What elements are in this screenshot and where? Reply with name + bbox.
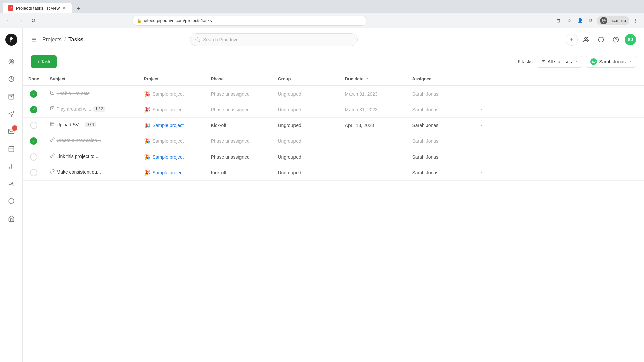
- sidebar-item-calendar[interactable]: [3, 141, 19, 157]
- task-count: 6 tasks: [518, 59, 532, 64]
- more-actions-cell: ···: [474, 133, 644, 149]
- project-link[interactable]: Sample project: [153, 91, 184, 97]
- phase-text: Phase unassigned: [211, 138, 250, 144]
- contacts-icon[interactable]: [580, 34, 592, 46]
- svg-point-4: [11, 61, 12, 62]
- project-cell: 🎉Sample project: [139, 86, 206, 102]
- project-link[interactable]: Sample project: [153, 107, 184, 112]
- sidebar-item-products[interactable]: [3, 193, 19, 209]
- sidebar-item-deals[interactable]: [3, 71, 19, 87]
- more-actions-button[interactable]: ···: [479, 138, 484, 144]
- forward-button[interactable]: →: [16, 16, 25, 25]
- col-header-phase: Phase: [206, 72, 273, 86]
- project-link[interactable]: Sample project: [153, 123, 184, 128]
- done-checkbox[interactable]: [30, 169, 37, 176]
- sidebar-item-tasks[interactable]: [3, 88, 19, 105]
- group-text: Ungrouped: [278, 107, 301, 112]
- menu-toggle-button[interactable]: [31, 37, 37, 43]
- done-cell: ✓: [23, 102, 45, 118]
- refresh-button[interactable]: ↻: [28, 16, 38, 25]
- cast-icon[interactable]: ⊡: [554, 16, 563, 25]
- done-checkbox[interactable]: [30, 122, 37, 129]
- more-actions-button[interactable]: ···: [479, 91, 484, 97]
- tab-close-button[interactable]: ✕: [62, 5, 66, 11]
- table-row: ✓Create a new calen...🎉Sample projectPha…: [23, 133, 644, 149]
- assignee-filter[interactable]: SJ Sarah Jonas: [586, 56, 636, 68]
- project-link[interactable]: Sample project: [153, 138, 184, 144]
- group-text: Ungrouped: [278, 170, 301, 175]
- assignee-text: Sarah Jonas: [412, 138, 439, 144]
- phase-text: Kick-off: [211, 170, 226, 175]
- sidebar-item-reports[interactable]: [3, 158, 19, 174]
- search-placeholder: Search Pipedrive: [203, 37, 239, 42]
- subject-text[interactable]: Enable Projects: [57, 90, 90, 96]
- phase-text: Phase unassigned: [211, 107, 250, 112]
- group-text: Ungrouped: [278, 123, 301, 128]
- phase-cell: Phase unassigned: [206, 133, 273, 149]
- group-cell: Ungrouped: [273, 102, 340, 118]
- sidebar-logo[interactable]: [0, 28, 23, 51]
- subtask-badge: 1 / 2: [93, 106, 105, 112]
- subject-text[interactable]: Create a new calen...: [57, 138, 101, 143]
- search-box[interactable]: Search Pipedrive: [190, 33, 358, 46]
- bookmark-icon[interactable]: ☆: [565, 16, 574, 25]
- header-actions: + SJ: [566, 34, 636, 46]
- col-header-group: Group: [273, 72, 340, 86]
- col-header-assignee: Assignee: [407, 72, 474, 86]
- add-task-button[interactable]: + Task: [31, 55, 57, 68]
- subject-text[interactable]: Link this project to ...: [57, 154, 100, 159]
- assignee-label: Sarah Jonas: [599, 59, 626, 64]
- incognito-button[interactable]: Incognito: [597, 16, 629, 25]
- sidebar-item-mail[interactable]: 3: [3, 123, 19, 139]
- task-type-icon: [50, 137, 55, 143]
- due-date-text: March 31, 2023: [345, 91, 378, 97]
- assignee-cell: Sarah Jonas: [407, 165, 474, 181]
- more-actions-cell: ···: [474, 86, 644, 102]
- more-actions-button[interactable]: ···: [479, 170, 484, 175]
- done-checkbox[interactable]: ✓: [30, 106, 37, 113]
- header-search: Search Pipedrive: [190, 33, 358, 46]
- done-checkbox[interactable]: [30, 153, 37, 161]
- sidebar-item-goals[interactable]: [3, 54, 19, 70]
- table-row: Upload SV...0 / 1🎉Sample projectKick-off…: [23, 118, 644, 133]
- extensions-icon[interactable]: ⧉: [586, 16, 595, 25]
- new-tab-button[interactable]: +: [73, 4, 84, 13]
- more-actions-button[interactable]: ···: [479, 122, 484, 128]
- svg-point-10: [585, 37, 587, 39]
- sidebar-item-campaigns[interactable]: [3, 106, 19, 122]
- group-text: Ungrouped: [278, 138, 301, 144]
- breadcrumb: Projects / Tasks: [42, 37, 83, 43]
- add-button[interactable]: +: [566, 34, 578, 46]
- done-checkbox[interactable]: ✓: [30, 137, 37, 145]
- phase-cell: Phase unassigned: [206, 149, 273, 165]
- sidebar-item-marketplace[interactable]: [3, 210, 19, 227]
- project-link[interactable]: Sample project: [153, 170, 184, 175]
- profile-icon[interactable]: 👤: [575, 16, 585, 25]
- assignee-text: Sarah Jonas: [412, 123, 439, 128]
- browser-tab[interactable]: P Projects tasks list view ✕: [3, 3, 72, 13]
- address-bar[interactable]: 🔒 uifeed.pipedrive.com/projects/tasks: [132, 16, 367, 26]
- table-row: Link this project to ...🎉Sample projectP…: [23, 149, 644, 165]
- sidebar-item-analytics[interactable]: [3, 176, 19, 192]
- task-table-container: Done Subject Project Phase Group Due dat…: [23, 72, 644, 362]
- menu-dots-icon[interactable]: ⋮: [631, 16, 640, 25]
- subject-text[interactable]: Play around wi...: [57, 106, 92, 112]
- project-emoji: 🎉: [144, 91, 151, 97]
- help-icon[interactable]: [610, 34, 622, 46]
- subject-text[interactable]: Upload SV...: [57, 122, 83, 127]
- col-header-duedate[interactable]: Due date ↑: [340, 72, 407, 86]
- breadcrumb-projects-link[interactable]: Projects: [42, 37, 62, 43]
- url-text: uifeed.pipedrive.com/projects/tasks: [144, 18, 212, 23]
- user-avatar[interactable]: SJ: [625, 34, 636, 45]
- project-emoji: 🎉: [144, 138, 151, 144]
- back-button[interactable]: ←: [4, 16, 13, 25]
- project-link[interactable]: Sample project: [153, 154, 184, 160]
- lock-icon: 🔒: [137, 18, 142, 23]
- subject-text[interactable]: Make consistent ou...: [57, 169, 101, 175]
- done-checkbox[interactable]: ✓: [30, 90, 37, 98]
- ideas-icon[interactable]: [595, 34, 607, 46]
- more-actions-button[interactable]: ···: [479, 154, 484, 160]
- all-statuses-filter[interactable]: All statuses: [537, 56, 582, 68]
- subject-cell: Enable Projects: [45, 86, 139, 100]
- more-actions-button[interactable]: ···: [479, 107, 484, 112]
